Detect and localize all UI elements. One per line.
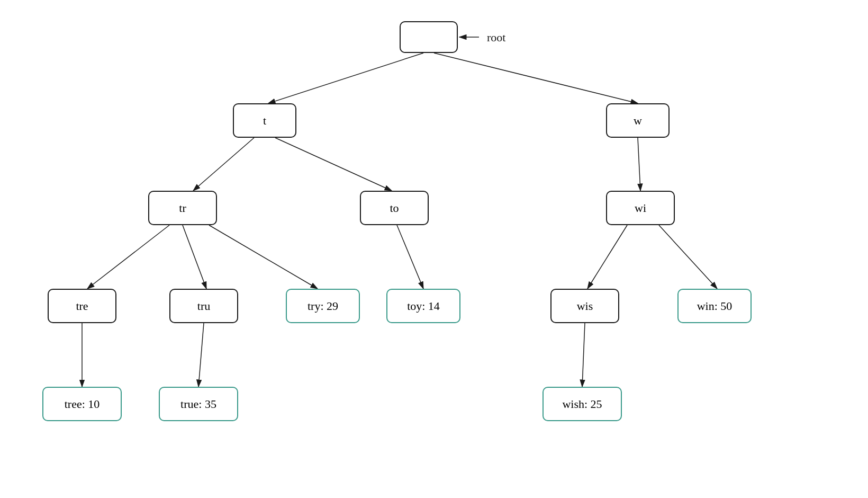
svg-line-11 (587, 225, 627, 289)
node-tree-label: tree: 10 (65, 397, 100, 411)
svg-line-12 (659, 225, 717, 289)
node-wish-label: wish: 25 (562, 397, 602, 411)
node-tr: tr (148, 191, 217, 225)
node-to: to (360, 191, 429, 225)
node-to-label: to (390, 201, 399, 215)
connection-lines (0, 0, 868, 498)
node-tre-label: tre (76, 299, 88, 313)
root-label: root (487, 31, 505, 45)
node-wi-label: wi (635, 201, 646, 215)
node-win: win: 50 (677, 289, 752, 323)
node-root (400, 21, 458, 53)
node-toy-label: toy: 14 (407, 299, 440, 313)
node-tree: tree: 10 (42, 387, 122, 421)
svg-line-7 (87, 225, 169, 289)
svg-line-5 (275, 138, 392, 191)
node-true-label: true: 35 (180, 397, 216, 411)
svg-line-15 (582, 323, 585, 387)
node-wish: wish: 25 (542, 387, 622, 421)
node-w-label: w (634, 114, 642, 128)
trie-diagram: t w tr to wi tre tru try: 29 toy: 14 wis… (0, 0, 868, 498)
node-w: w (606, 103, 670, 138)
svg-line-14 (198, 323, 204, 387)
svg-line-6 (638, 138, 640, 191)
node-tru-label: tru (197, 299, 210, 313)
node-wis-label: wis (577, 299, 593, 313)
svg-line-9 (209, 225, 318, 289)
svg-line-3 (434, 53, 638, 103)
node-tr-label: tr (179, 201, 186, 215)
node-tru: tru (169, 289, 238, 323)
svg-line-2 (268, 53, 423, 103)
node-tre: tre (48, 289, 116, 323)
node-try: try: 29 (286, 289, 360, 323)
svg-line-8 (183, 225, 206, 289)
svg-line-10 (397, 225, 423, 289)
node-wis: wis (550, 289, 619, 323)
node-t-label: t (263, 114, 266, 128)
node-true: true: 35 (159, 387, 238, 421)
node-toy: toy: 14 (386, 289, 460, 323)
node-wi: wi (606, 191, 675, 225)
svg-line-4 (193, 138, 254, 191)
node-win-label: win: 50 (697, 299, 733, 313)
node-try-label: try: 29 (308, 299, 338, 313)
node-t: t (233, 103, 296, 138)
